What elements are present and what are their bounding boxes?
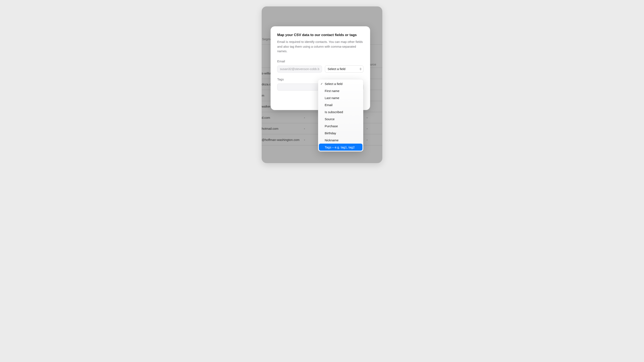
email-cell: hotmail.com xyxy=(262,127,278,130)
email-field-group: Email Select a field xyxy=(277,59,364,72)
cell: - xyxy=(366,138,368,141)
dropdown-option-tags[interactable]: Tags – e.g. tag1, tag2 xyxy=(319,144,362,151)
dropdown-option-source[interactable]: Source xyxy=(319,115,362,122)
email-cell: s-willia xyxy=(262,71,271,75)
email-mapping-select[interactable]: Select a field xyxy=(325,65,364,72)
cell: - xyxy=(304,127,305,130)
modal-title: Map your CSV data to our contact fields … xyxy=(277,33,364,37)
email-label: Email xyxy=(277,59,364,63)
dropdown-option-is-subscribed[interactable]: Is subscribed xyxy=(319,108,362,115)
dropdown-option-first-name[interactable]: First name xyxy=(319,87,362,94)
dropdown-option-email[interactable]: Email xyxy=(319,101,362,108)
select-value: Select a field xyxy=(328,67,346,71)
cell: - xyxy=(304,116,305,119)
cell: - xyxy=(304,138,305,141)
dropdown-option-last-name[interactable]: Last name xyxy=(319,94,362,101)
dropdown-option-purchase[interactable]: Purchase xyxy=(319,122,362,129)
email-cell: @hoffman-washington.com xyxy=(262,138,300,141)
tags-sample-input[interactable] xyxy=(277,83,322,90)
email-cell: m xyxy=(262,94,264,97)
email-cell: d.com xyxy=(262,116,270,119)
dropdown-option-birthday[interactable]: Birthday xyxy=(319,129,362,137)
cell: - xyxy=(366,116,368,119)
column-header-source: urce xyxy=(370,62,376,66)
modal-description: Email is required to identify contacts. … xyxy=(277,39,364,54)
email-cell: walker. xyxy=(262,105,272,108)
dropdown-option-placeholder[interactable]: Select a field xyxy=(319,80,362,87)
select-chevron-icon xyxy=(360,68,362,70)
cell: - xyxy=(366,127,368,130)
email-sample-input[interactable] xyxy=(277,65,322,72)
field-select-dropdown: Select a field First name Last name Emai… xyxy=(318,79,363,151)
dropdown-option-nickname[interactable]: Nickname xyxy=(319,137,362,144)
